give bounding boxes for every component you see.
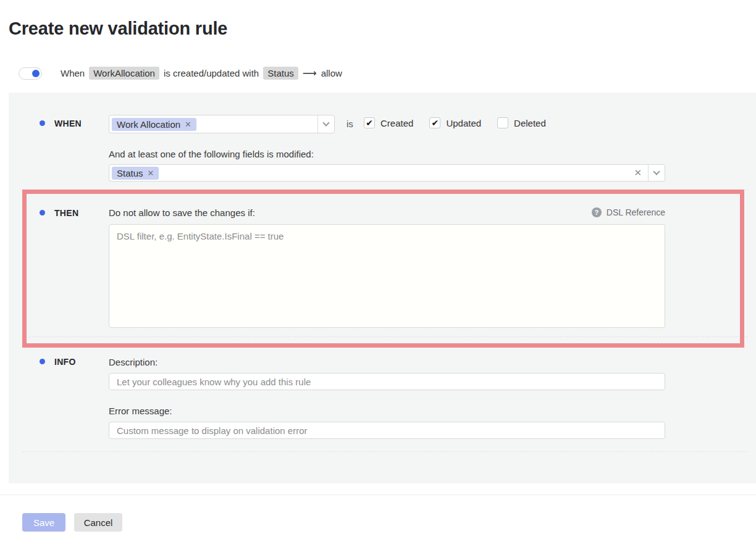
then-bullet-icon <box>40 210 45 215</box>
dsl-reference-link[interactable]: ? DSL Reference <box>592 207 665 217</box>
fields-select-clear-icon[interactable]: ✕ <box>628 167 648 178</box>
arrow-right-icon: ⟶ <box>303 67 317 79</box>
checkmark-icon: ✔ <box>432 119 439 127</box>
field-tag-label: Status <box>117 168 143 178</box>
checkbox-created-label: Created <box>380 118 413 128</box>
entity-select-tags: Work Allocation ✕ <box>109 115 317 133</box>
checkbox-created[interactable]: ✔ Created <box>364 117 413 128</box>
entity-tag-remove-icon[interactable]: ✕ <box>185 120 191 129</box>
checkbox-updated-box[interactable]: ✔ <box>429 117 440 128</box>
toggle-knob-icon <box>32 70 40 77</box>
summary-entity-chip: WorkAllocation <box>89 67 159 80</box>
create-validation-rule-page: Create new validation rule When WorkAllo… <box>0 0 756 539</box>
section-divider <box>22 190 747 190</box>
error-message-label: Error message: <box>109 406 172 416</box>
save-button[interactable]: Save <box>22 513 65 532</box>
modified-fields-label: And at least one of the following fields… <box>109 149 314 159</box>
summary-when-word: When <box>61 68 85 78</box>
checkbox-deleted[interactable]: ✔ Deleted <box>497 117 546 128</box>
is-label: is <box>346 119 353 129</box>
summary-middle-text: is created/updated with <box>164 68 259 78</box>
info-section-label: INFO <box>54 357 76 367</box>
footer-divider <box>0 495 756 495</box>
fields-select-dropdown-button[interactable] <box>648 165 665 181</box>
fields-select[interactable]: Status ✕ ✕ <box>109 164 665 182</box>
section-divider <box>22 451 747 452</box>
event-checkbox-row: ✔ Created ✔ Updated ✔ Deleted <box>364 117 546 128</box>
error-message-input[interactable] <box>109 422 665 439</box>
checkbox-deleted-label: Deleted <box>514 118 546 128</box>
checkmark-icon: ✔ <box>366 119 373 127</box>
checkbox-updated[interactable]: ✔ Updated <box>429 117 481 128</box>
rule-form-panel: WHEN Work Allocation ✕ is ✔ Created ✔ Up… <box>9 93 756 483</box>
cancel-button[interactable]: Cancel <box>74 513 122 532</box>
entity-select[interactable]: Work Allocation ✕ <box>109 115 335 133</box>
fields-select-tags: Status ✕ <box>109 165 628 181</box>
chevron-down-icon <box>322 119 329 126</box>
checkbox-deleted-box[interactable]: ✔ <box>497 117 508 128</box>
summary-field-chip: Status <box>263 67 298 80</box>
entity-select-dropdown-button[interactable] <box>317 115 334 133</box>
dsl-filter-textarea[interactable] <box>109 224 665 328</box>
checkbox-created-box[interactable]: ✔ <box>364 117 375 128</box>
dsl-reference-label: DSL Reference <box>607 207 665 217</box>
when-bullet-icon <box>40 120 45 126</box>
entity-tag: Work Allocation ✕ <box>112 118 196 131</box>
info-bullet-icon <box>40 359 45 364</box>
then-section-label: THEN <box>54 208 78 218</box>
field-tag: Status ✕ <box>112 167 159 180</box>
checkbox-updated-label: Updated <box>446 118 481 128</box>
help-question-icon: ? <box>592 207 602 217</box>
section-divider <box>22 336 747 337</box>
rule-summary-row: When WorkAllocation is created/updated w… <box>19 67 342 80</box>
field-tag-remove-icon[interactable]: ✕ <box>148 169 154 178</box>
condition-label: Do not allow to save the changes if: <box>109 207 255 218</box>
rule-summary-text: When WorkAllocation is created/updated w… <box>61 67 342 80</box>
page-title: Create new validation rule <box>9 19 227 39</box>
entity-tag-label: Work Allocation <box>117 119 180 130</box>
description-input[interactable] <box>109 373 665 390</box>
chevron-down-icon <box>653 168 660 175</box>
when-section-label: WHEN <box>54 119 82 128</box>
description-label: Description: <box>109 357 158 367</box>
summary-action-text: allow <box>321 68 342 78</box>
rule-enabled-toggle[interactable] <box>19 67 42 80</box>
